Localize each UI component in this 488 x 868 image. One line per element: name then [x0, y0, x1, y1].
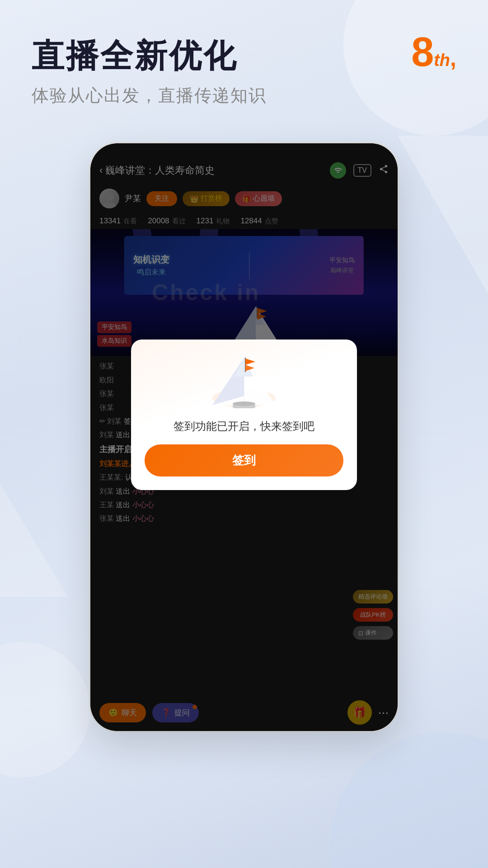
header-section: 直播全新优化 8 th , 体验从心出发，直播传递知识	[0, 0, 488, 125]
signin-popup: 签到功能已开启，快来签到吧 签到	[131, 340, 357, 490]
badge-suffix: th	[434, 51, 450, 70]
signin-button[interactable]: 签到	[145, 444, 343, 476]
svg-point-16	[233, 401, 255, 406]
bg-triangle-2	[0, 484, 68, 597]
bg-decoration-2	[0, 642, 90, 778]
popup-message: 签到功能已开启，快来签到吧	[174, 419, 314, 434]
mountain-illustration	[203, 353, 285, 412]
svg-marker-18	[245, 359, 255, 365]
badge-comma: ,	[450, 45, 456, 71]
subtitle: 体验从心出发，直播传递知识	[32, 84, 456, 107]
main-title: 直播全新优化	[32, 36, 456, 75]
phone-container: ‹ 巍峰讲堂：人类寿命简史 TV	[90, 143, 398, 731]
badge-number: 8	[411, 32, 434, 72]
phone-screen: ‹ 巍峰讲堂：人类寿命简史 TV	[90, 143, 398, 731]
bg-decoration-3	[330, 732, 488, 868]
bg-triangle-1	[398, 136, 488, 294]
popup-overlay: 签到功能已开启，快来签到吧 签到	[90, 143, 398, 731]
badge-8th: 8 th ,	[411, 32, 456, 72]
phone-outer: ‹ 巍峰讲堂：人类寿命简史 TV	[90, 143, 398, 731]
